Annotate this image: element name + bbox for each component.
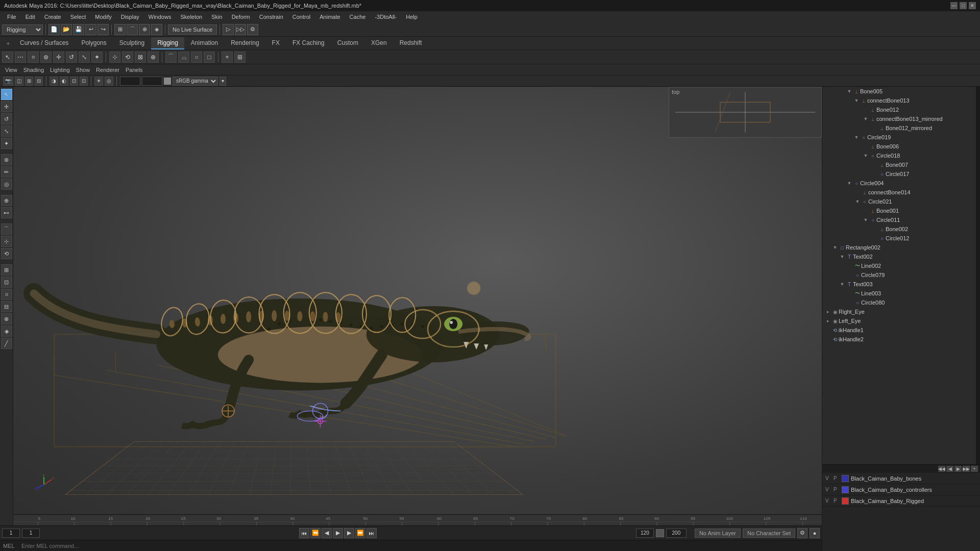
menu-windows[interactable]: Windows	[144, 13, 176, 21]
tree-item-circle080[interactable]: ○ Circle080	[822, 298, 980, 307]
play-first-frame-btn[interactable]: ⏮	[299, 528, 309, 538]
no-live-surface-button[interactable]: No Live Surface	[168, 24, 217, 35]
layer-row-rigged[interactable]: V P Black_Caiman_Baby_Rigged	[822, 495, 980, 507]
menu-cache[interactable]: Cache	[346, 13, 370, 21]
shelf-select[interactable]: ↖	[2, 52, 13, 63]
tree-item-text003[interactable]: ▼ T Text003	[822, 280, 980, 289]
menu-modify[interactable]: Modify	[91, 13, 115, 21]
shelf-universal[interactable]: ✦	[91, 52, 103, 63]
play-prev-frame-btn[interactable]: ◀	[322, 528, 332, 538]
mode-dropdown[interactable]: Rigging	[2, 24, 43, 35]
main-viewport[interactable]: top persp X Y Z	[13, 87, 822, 525]
gamma-value[interactable]: 1.00	[142, 77, 162, 86]
menu-edit[interactable]: Edit	[21, 13, 39, 21]
tool-select-btn[interactable]: ↖	[1, 89, 12, 100]
vp-shadow-btn[interactable]: ◎	[105, 77, 113, 86]
tool-bevel-btn[interactable]: ⌗	[1, 289, 12, 300]
tool-joint-btn[interactable]: ⊹	[1, 236, 12, 247]
shelf-rotate[interactable]: ↺	[66, 52, 77, 63]
expand-text002[interactable]: ▼	[839, 253, 846, 260]
tool-universal-btn[interactable]: ✦	[1, 138, 12, 149]
layer-scroll-prev[interactable]: ◀	[946, 466, 953, 472]
menu-3dto[interactable]: -3DtoAll-	[371, 13, 401, 21]
layer-v-rigged[interactable]: V	[825, 498, 831, 504]
layer-v-bones[interactable]: V	[825, 475, 831, 481]
shelf-lasso[interactable]: ⋯	[15, 52, 26, 63]
outliner-scrollbar[interactable]	[976, 21, 980, 464]
tab-animation[interactable]: Animation	[185, 37, 224, 49]
menu-create[interactable]: Create	[40, 13, 65, 21]
layer-scroll-left[interactable]: ◀◀	[938, 466, 945, 472]
tab-sculpting[interactable]: Sculpting	[113, 37, 151, 49]
shelf-ik[interactable]: ⟲	[122, 52, 133, 63]
shelf-circle[interactable]: ○	[191, 52, 202, 63]
timeline[interactable]: 1 5 10 15 20 25 30 35 40 45 50 55	[0, 514, 822, 525]
tree-item-circle079[interactable]: ○ Circle079	[822, 270, 980, 280]
tree-item-connectbone013m[interactable]: ▼ ⟂ connectBone013_mirrored	[822, 114, 980, 123]
shelf-square[interactable]: □	[204, 52, 215, 63]
expand-connectbone013m[interactable]: ▼	[862, 115, 869, 122]
tree-item-line002[interactable]: 〜 Line002	[822, 261, 980, 270]
tab-xgen[interactable]: XGen	[365, 37, 393, 49]
exposure-value[interactable]: 0.00	[120, 77, 140, 86]
shelf-plus[interactable]: +	[222, 52, 233, 63]
renderer-menu[interactable]: Renderer	[94, 67, 121, 73]
tab-redshift[interactable]: Redshift	[394, 37, 428, 49]
undo-button[interactable]: ↩	[85, 24, 96, 35]
tree-item-bone007[interactable]: ⟂ Bone007	[822, 160, 980, 169]
shelf-joint[interactable]: ⊹	[109, 52, 120, 63]
menu-display[interactable]: Display	[117, 13, 143, 21]
playback-end-input[interactable]	[666, 529, 687, 538]
tab-rendering[interactable]: Rendering	[225, 37, 265, 49]
snap-point-button[interactable]: ⊕	[139, 24, 150, 35]
expand-right-eye[interactable]: ▸	[824, 308, 831, 315]
menu-select[interactable]: Select	[66, 13, 90, 21]
layer-scroll-next[interactable]: ▶	[954, 466, 962, 472]
tool-crease-btn[interactable]: ╱	[1, 338, 12, 349]
tree-item-bone002[interactable]: ⟂ Bone002	[822, 224, 980, 234]
expand-left-eye[interactable]: ▸	[824, 317, 831, 324]
shelf-move[interactable]: ✛	[53, 52, 64, 63]
maximize-button[interactable]: □	[960, 2, 967, 9]
view-menu[interactable]: View	[3, 67, 19, 73]
layer-p-rigged[interactable]: P	[834, 498, 840, 504]
tool-sculpt-btn[interactable]: ⊛	[1, 154, 12, 165]
shelf-scale[interactable]: ⤡	[79, 52, 90, 63]
tool-quad-btn[interactable]: ⊞	[1, 264, 12, 276]
mel-input-field[interactable]	[21, 541, 819, 550]
tree-item-line003[interactable]: 〜 Line003	[822, 289, 980, 298]
tree-item-ikhandle2[interactable]: ⟲ ikHandle2	[822, 335, 980, 344]
tree-item-circle004[interactable]: ▼ ○ Circle004	[822, 179, 980, 188]
tree-item-circle021[interactable]: ▼ ○ Circle021	[822, 197, 980, 206]
play-next-frame-btn[interactable]: ▶	[344, 528, 354, 538]
tool-merge-btn[interactable]: ⊕	[1, 313, 12, 324]
tab-curves-surfaces[interactable]: Curves / Surfaces	[14, 37, 75, 49]
panels-menu[interactable]: Panels	[124, 67, 145, 73]
new-scene-button[interactable]: 📄	[48, 24, 60, 35]
vp-shading-smooth[interactable]: ◑	[50, 77, 58, 86]
layer-color-bones[interactable]	[842, 475, 849, 482]
vp-shading-wire[interactable]: ⊡	[70, 77, 78, 86]
tool-extrude-btn[interactable]: ⊡	[1, 277, 12, 288]
expand-circle019[interactable]: ▼	[853, 134, 860, 141]
vp-ctrl-toggle2[interactable]: ⊞	[25, 77, 33, 86]
layer-scroll-add[interactable]: +	[971, 466, 978, 472]
gamma-color-btn[interactable]	[164, 78, 171, 85]
play-last-frame-btn[interactable]: ⏭	[366, 528, 377, 538]
autokey-btn[interactable]: ●	[810, 528, 820, 538]
render-button[interactable]: ▷	[223, 24, 234, 35]
current-frame-input[interactable]	[2, 529, 20, 538]
render-settings-button[interactable]: ⚙	[247, 24, 258, 35]
tree-item-bone012[interactable]: ⟂ Bone012	[822, 105, 980, 114]
shelf-bind[interactable]: ⊠	[135, 52, 146, 63]
vp-shading-flat[interactable]: ◐	[60, 77, 68, 86]
tree-item-left-eye[interactable]: ▸ ◉ Left_Eye	[822, 316, 980, 325]
timeline-track[interactable]: 1 5 10 15 20 25 30 35 40 45 50 55	[0, 515, 822, 525]
expand-connectbone013[interactable]: ▼	[853, 97, 860, 104]
tool-move-btn[interactable]: ✛	[1, 101, 12, 112]
layer-p-bones[interactable]: P	[834, 475, 840, 481]
tool-paint-btn[interactable]: ✏	[1, 166, 12, 178]
minimize-button[interactable]: —	[950, 2, 958, 9]
range-end-input[interactable]	[636, 529, 654, 538]
shelf-curve[interactable]: ⌒	[165, 52, 177, 63]
